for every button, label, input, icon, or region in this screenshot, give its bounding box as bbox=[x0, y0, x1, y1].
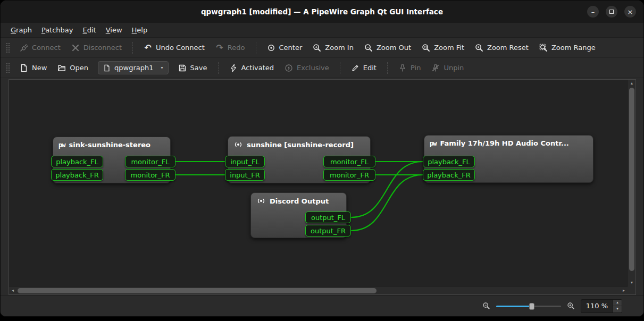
port-playback-fl[interactable]: playback_FL bbox=[51, 156, 103, 167]
redo-label: Redo bbox=[228, 44, 245, 52]
menu-graph[interactable]: Graph bbox=[6, 23, 37, 37]
toolbar-separator bbox=[256, 42, 256, 54]
menu-patchbay[interactable]: Patchbay bbox=[37, 23, 78, 37]
node-title: Discord Output bbox=[270, 197, 329, 205]
zoom-in-button[interactable]: Zoom In bbox=[308, 40, 358, 55]
scroll-up-arrow[interactable]: ▴ bbox=[628, 80, 635, 87]
disconnect-icon bbox=[71, 44, 80, 52]
undo-connect-button[interactable]: ↶ Undo Connect bbox=[139, 40, 210, 55]
node-sunshine[interactable]: sunshine [sunshine-record] input_FL inpu… bbox=[228, 136, 371, 183]
app-window: qpwgraph1 [modified] — A PipeWire Graph … bbox=[0, 0, 644, 317]
undo-label: Undo Connect bbox=[156, 44, 205, 52]
maximize-button[interactable] bbox=[606, 6, 617, 18]
redo-button[interactable]: ↷ Redo bbox=[211, 40, 250, 55]
open-button[interactable]: Open bbox=[53, 61, 93, 75]
titlebar[interactable]: qpwgraph1 [modified] — A PipeWire Graph … bbox=[1, 1, 643, 23]
scrollbar-corner bbox=[628, 286, 635, 294]
spin-arrows: ▴ ▾ bbox=[613, 300, 622, 312]
scroll-right-arrow[interactable]: ▸ bbox=[620, 287, 628, 294]
redo-icon: ↷ bbox=[215, 44, 224, 52]
center-button[interactable]: Center bbox=[262, 40, 307, 55]
node-header: sunshine [sunshine-record] bbox=[228, 137, 370, 153]
save-button[interactable]: Save bbox=[173, 61, 212, 75]
scroll-down-arrow[interactable]: ▾ bbox=[628, 279, 635, 286]
menu-help[interactable]: Help bbox=[127, 23, 153, 37]
new-file-icon bbox=[20, 64, 28, 72]
port-input-fr[interactable]: input_FR bbox=[225, 169, 265, 181]
unpin-button[interactable]: Unpin bbox=[426, 61, 469, 75]
open-label: Open bbox=[70, 64, 88, 72]
node-header: pw sink-sunshine-stereo bbox=[53, 137, 170, 153]
toolbar-drag-handle[interactable] bbox=[5, 62, 10, 74]
port-output-fr[interactable]: output_FR bbox=[305, 225, 351, 236]
port-output-fl[interactable]: output_FL bbox=[305, 212, 351, 223]
port-monitor-fr[interactable]: monitor_FR bbox=[323, 169, 375, 181]
menu-view[interactable]: View bbox=[101, 23, 127, 37]
zoom-out-icon bbox=[364, 44, 373, 52]
zoom-spinbox[interactable]: 110 % ▴ ▾ bbox=[581, 299, 622, 313]
pin-button[interactable]: Pin bbox=[394, 61, 425, 75]
port-monitor-fl[interactable]: monitor_FL bbox=[125, 156, 175, 167]
menu-edit[interactable]: Edit bbox=[78, 23, 101, 37]
port-playback-fl[interactable]: playback_FL bbox=[423, 156, 475, 167]
pencil-icon bbox=[351, 64, 359, 72]
zoom-in-mini-icon bbox=[567, 302, 575, 310]
port-playback-fr[interactable]: playback_FR bbox=[51, 169, 103, 181]
activated-label: Activated bbox=[241, 64, 274, 72]
zoom-fit-button[interactable]: Zoom Fit bbox=[417, 40, 469, 55]
port-monitor-fl[interactable]: monitor_FL bbox=[323, 156, 375, 167]
activated-button[interactable]: Activated bbox=[224, 61, 279, 75]
pin-icon bbox=[398, 64, 407, 72]
minimize-button[interactable]: – bbox=[587, 6, 599, 18]
pin-label: Pin bbox=[411, 64, 421, 72]
spin-up-button[interactable]: ▴ bbox=[613, 300, 622, 307]
close-button[interactable]: × bbox=[624, 6, 636, 18]
zoom-slider-handle[interactable] bbox=[529, 303, 534, 310]
node-header: pw Family 17h/19h HD Audio Contr... bbox=[424, 136, 593, 151]
vertical-scrollbar-thumb[interactable] bbox=[629, 88, 634, 271]
new-button[interactable]: New bbox=[15, 61, 52, 75]
node-title: sunshine [sunshine-record] bbox=[247, 141, 354, 149]
scroll-left-arrow[interactable]: ◂ bbox=[9, 287, 16, 294]
horizontal-scrollbar-thumb[interactable] bbox=[18, 288, 377, 293]
unpin-label: Unpin bbox=[444, 64, 464, 72]
patchbay-file-icon bbox=[103, 64, 111, 72]
unpin-icon bbox=[431, 64, 440, 72]
exclusive-button[interactable]: Exclusive bbox=[280, 61, 334, 75]
node-sink-sunshine-stereo[interactable]: pw sink-sunshine-stereo playback_FL play… bbox=[53, 137, 171, 183]
new-label: New bbox=[32, 64, 47, 72]
zoom-out-mini-icon bbox=[482, 302, 490, 310]
port-input-fl[interactable]: input_FL bbox=[225, 156, 265, 167]
patchbay-combobox[interactable]: qpwgraph1 ▾ bbox=[98, 61, 168, 74]
toolbar-drag-handle[interactable] bbox=[5, 42, 10, 54]
toolbar-separator bbox=[132, 42, 133, 54]
node-title: sink-sunshine-stereo bbox=[69, 141, 150, 149]
patchbay-combobox-value: qpwgraph1 bbox=[114, 64, 153, 72]
zoom-out-button[interactable]: Zoom Out bbox=[359, 40, 416, 55]
zoom-range-button[interactable]: Zoom Range bbox=[534, 40, 600, 55]
port-playback-fr[interactable]: playback_FR bbox=[423, 169, 475, 181]
node-family-hd-audio[interactable]: pw Family 17h/19h HD Audio Contr... play… bbox=[424, 135, 593, 183]
chevron-down-icon: ▾ bbox=[161, 65, 163, 70]
node-discord-output[interactable]: Discord Output output_FL output_FR bbox=[250, 192, 347, 238]
zoom-out-label: Zoom Out bbox=[377, 44, 411, 52]
edit-label: Edit bbox=[363, 64, 377, 72]
edit-button[interactable]: Edit bbox=[346, 61, 381, 75]
zoom-reset-button[interactable]: Zoom Reset bbox=[470, 40, 533, 55]
statusbar: 110 % ▴ ▾ bbox=[1, 295, 643, 316]
connect-button[interactable]: Connect bbox=[15, 40, 65, 55]
zoom-slider[interactable] bbox=[496, 301, 561, 311]
minimize-icon: – bbox=[591, 9, 595, 15]
vertical-scrollbar[interactable]: ▴ ▾ bbox=[628, 80, 635, 286]
open-folder-icon bbox=[57, 64, 66, 72]
toolbar-separator bbox=[387, 62, 388, 74]
horizontal-scrollbar[interactable]: ◂ ▸ bbox=[9, 286, 628, 294]
disconnect-button[interactable]: Disconnect bbox=[66, 40, 127, 55]
spin-down-button[interactable]: ▾ bbox=[613, 306, 622, 312]
zoom-reset-label: Zoom Reset bbox=[487, 44, 529, 52]
lightning-icon bbox=[229, 64, 238, 72]
graph-canvas[interactable]: pw sink-sunshine-stereo playback_FL play… bbox=[9, 80, 628, 286]
zoom-reset-icon bbox=[475, 44, 483, 52]
toolbar-patchbay: New Open qpwgraph1 ▾ Save Activated Excl… bbox=[1, 58, 643, 78]
port-monitor-fr[interactable]: monitor_FR bbox=[125, 169, 175, 181]
